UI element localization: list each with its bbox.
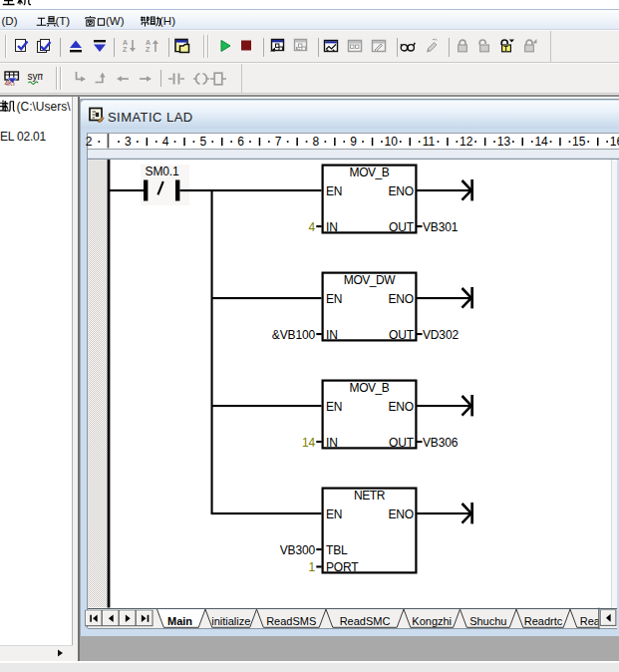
svg-text:ENO: ENO	[388, 507, 414, 521]
svg-text:EN: EN	[326, 507, 342, 521]
svg-text:2: 2	[86, 135, 93, 149]
svg-text:16: 16	[610, 135, 619, 149]
svg-text:13: 13	[497, 135, 511, 149]
svg-text:VB306: VB306	[423, 436, 459, 450]
svg-text:9: 9	[350, 135, 357, 149]
svg-text:5: 5	[199, 135, 206, 149]
svg-text:1: 1	[308, 560, 315, 574]
svg-text:OUT: OUT	[389, 436, 415, 450]
svg-text:14: 14	[534, 135, 548, 149]
svg-text:4: 4	[308, 220, 315, 234]
svg-text:11: 11	[423, 135, 436, 149]
svg-text:EN: EN	[326, 400, 342, 414]
svg-text:VD302: VD302	[423, 328, 459, 342]
svg-text:6: 6	[237, 135, 244, 149]
svg-text:8: 8	[313, 135, 320, 149]
svg-text:Main: Main	[167, 615, 192, 627]
svg-text:ReadSMC: ReadSMC	[340, 615, 391, 627]
svg-text:SM0.1: SM0.1	[146, 165, 179, 178]
svg-text:10: 10	[385, 135, 399, 149]
svg-text:MOV_B: MOV_B	[350, 166, 390, 179]
svg-text:&VB100: &VB100	[272, 328, 316, 342]
svg-text:MOV_DW: MOV_DW	[344, 273, 396, 287]
svg-text:PORT: PORT	[326, 560, 359, 574]
svg-text:EN: EN	[326, 184, 342, 198]
svg-text:4: 4	[162, 135, 169, 149]
svg-text:OUT: OUT	[389, 328, 415, 342]
svg-text:EN: EN	[326, 292, 342, 306]
svg-text:7: 7	[275, 135, 282, 149]
svg-text:OUT: OUT	[389, 220, 415, 234]
svg-text:ReadSMS: ReadSMS	[266, 615, 316, 627]
svg-text:15: 15	[572, 135, 586, 149]
svg-text:ENO: ENO	[388, 184, 414, 198]
svg-text:3: 3	[125, 135, 132, 149]
svg-text:initialize: initialize	[211, 615, 250, 627]
svg-text:MOV_B: MOV_B	[350, 381, 390, 395]
svg-text:IN: IN	[326, 328, 338, 342]
svg-text:NETR: NETR	[354, 489, 386, 503]
svg-text:12: 12	[460, 135, 473, 149]
svg-text:IN: IN	[326, 436, 338, 450]
svg-text:ENO: ENO	[388, 400, 414, 414]
svg-text:VB300: VB300	[280, 543, 316, 557]
svg-text:IN: IN	[326, 220, 338, 234]
svg-text:ENO: ENO	[388, 292, 414, 306]
svg-text:Shuchu: Shuchu	[469, 615, 506, 627]
svg-text:Readrtc: Readrtc	[524, 615, 563, 627]
svg-text:Kongzhi: Kongzhi	[412, 615, 452, 627]
svg-text:14: 14	[302, 436, 316, 450]
svg-text:TBL: TBL	[326, 543, 348, 557]
svg-text:VB301: VB301	[423, 220, 459, 234]
